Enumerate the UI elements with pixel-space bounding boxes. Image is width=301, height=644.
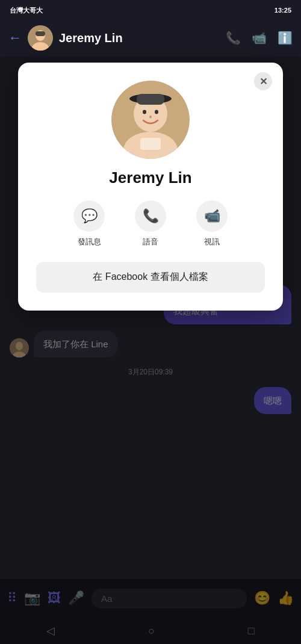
svg-rect-15 (140, 138, 161, 150)
close-button[interactable]: ✕ (254, 72, 272, 90)
carrier-text: 台灣大哥大 (10, 6, 43, 15)
nav-actions: 📞 📹 ℹ️ (226, 31, 293, 45)
voice-action-label: 語音 (143, 237, 158, 247)
status-right: 13:25 (275, 7, 291, 14)
status-bar: 台灣大哥大 13:25 (0, 0, 301, 19)
voice-action-icon: 📞 (135, 200, 166, 232)
profile-avatar (111, 81, 190, 159)
profile-card: ✕ (18, 63, 283, 311)
action-message[interactable]: 💬 發訊息 (73, 200, 105, 247)
profile-avatar-wrap (36, 81, 265, 159)
contact-name: Jeremy Lin (59, 31, 220, 45)
back-button[interactable]: ← (8, 30, 22, 46)
profile-actions: 💬 發訊息 📞 語音 📹 視訊 (36, 200, 265, 247)
time-text: 13:25 (275, 7, 291, 14)
modal-overlay: ✕ (0, 57, 301, 644)
nav-bar: ← Jeremy Lin 📞 📹 ℹ️ (0, 19, 301, 57)
video-action-icon: 📹 (196, 200, 228, 232)
video-action-label: 視訊 (204, 237, 220, 247)
svg-rect-11 (137, 94, 164, 105)
svg-point-14 (149, 116, 152, 119)
svg-point-13 (155, 110, 158, 114)
svg-rect-3 (36, 31, 45, 36)
view-profile-button[interactable]: 在 Facebook 查看個人檔案 (36, 262, 265, 293)
chat-area: 3月20日08:05 謝謝你的讚美和美好的祝願我超級興奮 我加了你在 Line … (0, 57, 301, 644)
call-icon[interactable]: 📞 (226, 31, 241, 45)
profile-name: Jeremy Lin (36, 169, 265, 187)
contact-avatar (28, 25, 53, 51)
info-icon[interactable]: ℹ️ (278, 31, 293, 45)
message-action-label: 發訊息 (78, 237, 101, 247)
action-voice[interactable]: 📞 語音 (135, 200, 166, 247)
message-action-icon: 💬 (73, 200, 105, 232)
video-icon[interactable]: 📹 (252, 31, 267, 45)
svg-point-12 (143, 110, 146, 114)
action-video[interactable]: 📹 視訊 (196, 200, 228, 247)
